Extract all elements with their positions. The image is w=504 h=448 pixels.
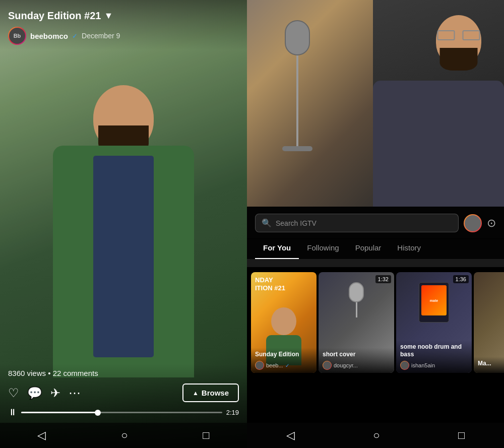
card2-duration: 1:32 bbox=[375, 275, 391, 283]
card3-title: some noob drum and bass bbox=[400, 343, 468, 359]
action-icons: ♡ 💬 ✈ ⋯ bbox=[8, 386, 81, 400]
tab-popular-label: Popular bbox=[355, 243, 382, 252]
card2-mic-head bbox=[349, 282, 364, 302]
card4-bottom: Ma... bbox=[474, 357, 504, 373]
card2-title: short cover bbox=[323, 351, 390, 359]
browse-label: Browse bbox=[202, 389, 229, 397]
card1-title: Sunday Edition bbox=[255, 351, 312, 359]
title-dropdown-icon[interactable]: ▼ bbox=[104, 11, 113, 21]
right-nav-home-icon[interactable]: ○ bbox=[373, 429, 380, 442]
card3-avatar-inner bbox=[401, 361, 409, 369]
mic-body bbox=[285, 20, 310, 55]
user-avatar[interactable] bbox=[464, 214, 482, 232]
actions-row: ♡ 💬 ✈ ⋯ ▲ Browse bbox=[8, 383, 239, 402]
microphone-visual bbox=[277, 20, 318, 171]
card3-screen-label: mate bbox=[430, 299, 438, 302]
card1-label-line2: ITION #21 bbox=[255, 284, 285, 292]
card3-channel: ishan5ain bbox=[411, 362, 435, 368]
channel-avatar[interactable]: Bb bbox=[8, 27, 26, 45]
channel-row: Bb beebomco ✓ December 9 bbox=[8, 27, 239, 45]
avatar-inner: Bb bbox=[9, 28, 25, 44]
right-nav-back-icon[interactable]: ◁ bbox=[286, 429, 295, 442]
progress-dot bbox=[95, 410, 101, 416]
card1-channel-row: beeb... ✓ bbox=[255, 361, 312, 370]
browse-arrow-icon: ▲ bbox=[193, 390, 199, 397]
person-shirt bbox=[93, 156, 154, 357]
right-nav-bar: ◁ ○ □ bbox=[247, 423, 504, 448]
left-nav-home-icon[interactable]: ○ bbox=[121, 429, 128, 442]
card3-bottom: some noob drum and bass ishan5ain bbox=[396, 340, 472, 373]
card2-avatar bbox=[323, 361, 332, 370]
card3-screen: mate bbox=[421, 285, 447, 315]
tab-for-you-label: For You bbox=[263, 243, 291, 252]
like-icon[interactable]: ♡ bbox=[8, 386, 19, 400]
video-card-1[interactable]: NDAY ITION #21 Sunday Edition beeb... ✓ bbox=[251, 272, 317, 373]
left-video-panel: Sunday Edition #21 ▼ Bb beebomco ✓ Decem… bbox=[0, 0, 247, 448]
video-title: Sunday Edition #21 bbox=[8, 10, 101, 22]
card3-avatar bbox=[400, 361, 409, 370]
share-icon[interactable]: ✈ bbox=[50, 386, 60, 400]
tab-history-label: History bbox=[397, 243, 421, 252]
time-label: 2:19 bbox=[226, 409, 239, 416]
post-date: December 9 bbox=[82, 32, 120, 40]
more-icon[interactable]: ⋯ bbox=[69, 386, 81, 400]
right-igtv-panel: 🔍 Search IGTV ⊙ For You Following Popula… bbox=[247, 0, 504, 448]
left-nav-recents-icon[interactable]: □ bbox=[203, 429, 209, 442]
igtv-search-row: 🔍 Search IGTV ⊙ bbox=[247, 207, 504, 239]
right-beard bbox=[440, 48, 478, 71]
progress-bar-row: ⏸ 2:19 bbox=[8, 407, 239, 418]
tab-for-you[interactable]: For You bbox=[255, 238, 299, 259]
verified-icon: ✓ bbox=[72, 32, 78, 40]
glass-left bbox=[437, 30, 455, 40]
card1-avatar-inner bbox=[256, 361, 264, 369]
card4-title: Ma... bbox=[478, 360, 504, 368]
search-box[interactable]: 🔍 Search IGTV bbox=[255, 214, 459, 232]
play-pause-button[interactable]: ⏸ bbox=[8, 407, 17, 418]
right-person-face bbox=[428, 15, 489, 86]
tab-history[interactable]: History bbox=[389, 238, 429, 259]
card2-bottom: short cover dougcyr... bbox=[319, 348, 394, 373]
right-body bbox=[373, 81, 504, 207]
comment-icon[interactable]: 💬 bbox=[27, 386, 42, 400]
settings-icon[interactable]: ⊙ bbox=[487, 217, 496, 230]
right-video-background bbox=[247, 0, 504, 207]
video-card-2[interactable]: 1:32 short cover dougcyr... bbox=[319, 272, 394, 373]
card1-top-label: NDAY ITION #21 bbox=[255, 276, 285, 292]
progress-track[interactable] bbox=[21, 412, 222, 413]
left-nav-back-icon[interactable]: ◁ bbox=[37, 429, 46, 442]
video-card-4[interactable]: Ma... bbox=[474, 272, 504, 373]
right-nav-recents-icon[interactable]: □ bbox=[458, 429, 465, 442]
person-figure bbox=[38, 85, 209, 388]
video-stats: 8360 views • 22 comments bbox=[8, 369, 239, 377]
mic-stand bbox=[296, 55, 298, 146]
card1-label-line1: NDAY bbox=[255, 276, 285, 284]
tab-following[interactable]: Following bbox=[299, 238, 347, 259]
card3-device: mate bbox=[419, 282, 449, 323]
card1-channel: beeb... bbox=[266, 362, 283, 368]
progress-fill bbox=[21, 412, 98, 413]
mic-base bbox=[282, 146, 312, 151]
browse-button[interactable]: ▲ Browse bbox=[182, 383, 239, 402]
right-person-figure bbox=[373, 0, 504, 207]
card1-bottom: Sunday Edition beeb... ✓ bbox=[251, 348, 317, 373]
card1-head bbox=[271, 307, 296, 335]
card1-verified-icon: ✓ bbox=[285, 363, 289, 368]
left-header: Sunday Edition #21 ▼ Bb beebomco ✓ Decem… bbox=[0, 0, 247, 50]
card3-duration: 1:36 bbox=[453, 275, 469, 283]
card2-channel-row: dougcyr... bbox=[323, 361, 390, 370]
video-card-3[interactable]: mate 1:36 some noob drum and bass ishan5… bbox=[396, 272, 472, 373]
tab-following-label: Following bbox=[307, 243, 339, 252]
search-icon: 🔍 bbox=[262, 218, 272, 228]
left-nav-bar: ◁ ○ □ bbox=[0, 423, 247, 448]
card2-avatar-inner bbox=[323, 361, 331, 369]
avatar-image bbox=[465, 215, 481, 231]
card2-mic-stand bbox=[356, 302, 357, 317]
tabs-row: For You Following Popular History bbox=[247, 238, 504, 260]
channel-name[interactable]: beebomco bbox=[30, 32, 68, 40]
search-placeholder-text: Search IGTV bbox=[276, 219, 317, 227]
tab-popular[interactable]: Popular bbox=[347, 238, 390, 259]
glass-right bbox=[463, 30, 480, 40]
video-cards-row: NDAY ITION #21 Sunday Edition beeb... ✓ bbox=[247, 267, 504, 423]
video-title-row: Sunday Edition #21 ▼ bbox=[8, 10, 239, 22]
card2-mic bbox=[346, 282, 366, 323]
